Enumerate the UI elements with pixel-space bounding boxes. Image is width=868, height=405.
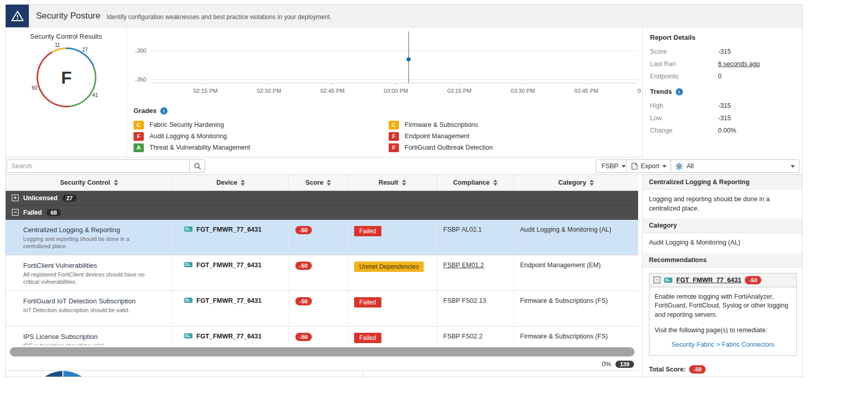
column-header-security-control[interactable]: Security Control: [6, 175, 172, 190]
grade-label: Fabric Security Hardening: [149, 121, 224, 128]
grades-title: Grades: [133, 107, 157, 115]
remediation-link[interactable]: Security Fabric > Fabric Connectors: [655, 341, 791, 350]
compliance-ref: FSBP FS02.2: [443, 333, 482, 340]
grade-item-endpoint-management: F Endpoint Management: [389, 132, 641, 141]
grade-badge: F: [389, 132, 399, 141]
low-label: Low: [650, 115, 718, 122]
page-subtitle: Identify configuration weaknesses and be…: [107, 11, 331, 21]
grades-section: Grades C Fabric Security Hardening F Aud…: [133, 107, 641, 153]
report-endpoints-row: Endpoints 0: [650, 70, 796, 83]
recommendation-card: FGT_FMWR_77_6431 -50 Enable remote loggi…: [649, 273, 797, 357]
table-row-centralized-logging[interactable]: Centralized Logging & Reporting Logging …: [6, 220, 638, 255]
grade-donut-chart[interactable]: F 11274160: [28, 39, 105, 116]
group-row-unlicensed[interactable]: Unlicensed 27: [6, 191, 638, 205]
collapse-icon[interactable]: [654, 277, 660, 283]
column-header-result[interactable]: Result: [347, 175, 437, 190]
control-title: FortiClient Vulnerabilities: [23, 262, 166, 269]
details-category-value: Audit Logging & Monitoring (AL): [643, 233, 803, 253]
svg-text:03:45 PM: 03:45 PM: [574, 88, 598, 94]
column-header-device[interactable]: Device: [172, 175, 289, 190]
score-badge: -50: [295, 262, 312, 270]
column-header-category[interactable]: Category: [513, 175, 638, 190]
change-label: Change: [650, 127, 718, 134]
compliance-ref[interactable]: FSBP EM01.2: [443, 262, 484, 269]
security-posture-module-icon: [6, 5, 29, 27]
score-badge: -50: [295, 333, 312, 341]
toolbar: FSBP Export All: [6, 157, 802, 175]
table-row-ips-license-subscription[interactable]: IPS License Subscription IPS subscriptio…: [6, 327, 638, 345]
grade-item-firmware-subscriptions: C Firmware & Subscriptions: [389, 121, 641, 129]
sort-icon: [327, 180, 331, 186]
scrollbar-thumb[interactable]: [10, 347, 635, 357]
fortigate-device-icon: [184, 262, 193, 268]
svg-text:-350: -350: [135, 76, 146, 83]
chevron-down-icon: [791, 165, 795, 168]
search-group: [7, 159, 205, 173]
fortigate-device-icon: [184, 297, 193, 303]
table-header: Security Control Device Score Result Com…: [6, 175, 638, 191]
page-title: Security Posture: [36, 11, 101, 21]
group-count-badge: 68: [46, 209, 61, 216]
fabric-filter-dropdown[interactable]: All: [671, 159, 799, 173]
grade-badge: C: [133, 121, 144, 129]
trends-info-icon[interactable]: [676, 88, 683, 95]
group-name: Failed: [23, 209, 42, 216]
sort-icon: [402, 180, 406, 186]
trends-low-row: Low -315: [650, 112, 796, 124]
warning-triangle-icon: [11, 10, 24, 22]
recommendation-device-name[interactable]: FGT_FMWR_77_6431: [676, 277, 741, 284]
group-name: Unlicensed: [23, 195, 58, 202]
column-header-score[interactable]: Score: [289, 175, 347, 190]
score-badge: -50: [295, 226, 312, 234]
table-row-fortiguard-iot-detection[interactable]: FortiGuard IoT Detection Subscription Io…: [6, 291, 638, 327]
report-details-title: Report Details: [650, 34, 796, 41]
remediate-label: Visit the following page(s) to remediate…: [655, 326, 791, 335]
svg-text:-300: -300: [135, 47, 146, 54]
sort-icon: [493, 180, 497, 186]
expand-icon[interactable]: [12, 195, 19, 201]
result-badge: Failed: [354, 226, 381, 236]
device-name: FGT_FMWR_77_6431: [196, 333, 261, 340]
control-description: Logging and reporting should be done in …: [23, 235, 158, 250]
table-row-forticlient-vulnerabilities[interactable]: FortiClient Vulnerabilities All register…: [6, 255, 638, 291]
grade-item-fortiguard-outbreak-detection: F FortiGuard Outbreak Detection: [389, 143, 641, 152]
trends-change-row: Change 0.00%: [650, 124, 796, 137]
sort-icon: [590, 180, 594, 186]
recommendation-score-badge: -50: [745, 276, 761, 284]
device-name: FGT_FMWR_77_6431: [196, 262, 261, 269]
details-category-title: Category: [643, 218, 803, 233]
details-description: Logging and reporting should be done in …: [643, 190, 803, 218]
search-input[interactable]: [7, 159, 190, 173]
column-label: Result: [378, 179, 398, 186]
category-label: Firmware & Subscriptions (FS): [520, 297, 608, 304]
control-description: IoT Detection subscription should be val…: [23, 306, 158, 314]
compliance-ref: FSBP AL02.1: [443, 226, 482, 233]
search-button[interactable]: [190, 159, 205, 173]
group-row-failed[interactable]: Failed 68: [6, 205, 638, 220]
screen: Security Posture Identify configuration …: [0, 0, 868, 405]
score-trend-chart[interactable]: -300-35002:15 PM02:30 PM02:45 PM03:00 PM…: [128, 28, 641, 108]
svg-text:03:00 PM: 03:00 PM: [384, 88, 408, 94]
details-title: Centralized Logging & Reporting: [643, 175, 803, 190]
last-ran-link[interactable]: 6 seconds ago: [718, 60, 760, 68]
security-control-results-card: Security Control Results F 11274160: [6, 27, 127, 157]
fortigate-device-icon: [184, 226, 193, 232]
export-dropdown-button[interactable]: Export: [626, 159, 672, 173]
collapse-icon[interactable]: [12, 209, 19, 216]
trends-title-row: Trends: [650, 88, 796, 95]
recommendation-card-header[interactable]: FGT_FMWR_77_6431 -50: [649, 273, 796, 287]
overall-grade: F: [61, 68, 72, 88]
security-posture-app: Security Posture Identify configuration …: [5, 4, 803, 377]
grade-label: Endpoint Management: [405, 133, 470, 140]
grades-grid: C Fabric Security Hardening F Audit Logg…: [133, 119, 641, 153]
category-label: Firmware & Subscriptions (FS): [520, 333, 608, 340]
export-label: Export: [641, 163, 659, 170]
column-header-compliance[interactable]: Compliance: [437, 175, 513, 190]
report-last-ran-row: Last Ran 6 seconds ago: [650, 58, 796, 70]
grade-label: Audit Logging & Monitoring: [149, 133, 227, 140]
device-name: FGT_FMWR_77_6431: [196, 297, 261, 304]
grades-info-icon[interactable]: [160, 107, 168, 115]
column-label: Device: [216, 179, 237, 186]
trend-svg: -300-35002:15 PM02:30 PM02:45 PM03:00 PM…: [128, 28, 641, 98]
donut-segment-count: 41: [92, 92, 98, 98]
